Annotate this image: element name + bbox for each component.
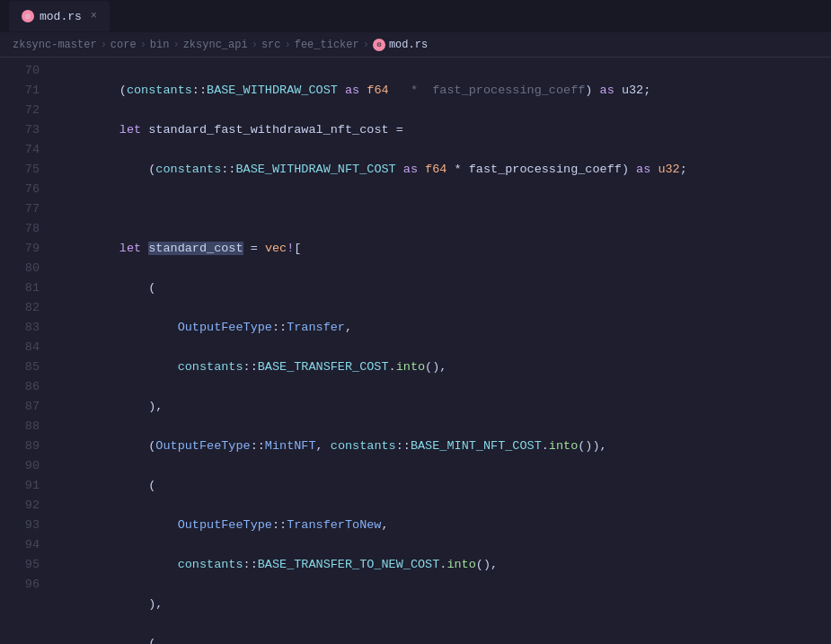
breadcrumb-part-2: core	[111, 39, 137, 51]
breadcrumb-sep-3: ›	[172, 39, 179, 51]
code-area: 70 71 72 73 74 75 76 77 78 79 80 81 82 8…	[0, 57, 831, 644]
breadcrumb-sep-5: ›	[284, 39, 290, 51]
breadcrumb: zksync-master › core › bin › zksync_api …	[0, 32, 831, 57]
breadcrumb-sep-1: ›	[101, 39, 107, 51]
code-line-75: (	[61, 278, 831, 298]
breadcrumb-sep-2: ›	[140, 39, 146, 51]
tab-close-button[interactable]: ×	[91, 10, 97, 22]
breadcrumb-sep-4: ›	[252, 39, 258, 51]
rust-icon: ⚙	[373, 39, 385, 51]
rust-file-icon: ⚙	[22, 10, 34, 22]
breadcrumb-sep-6: ›	[363, 39, 369, 51]
code-line-71: let standard_fast_withdrawal_nft_cost =	[61, 120, 831, 140]
code-line-81: OutputFeeType::TransferToNew,	[61, 516, 831, 535]
code-line-73	[61, 199, 831, 219]
code-content: (constants::BASE_WITHDRAW_COST as f64 * …	[47, 57, 831, 644]
tab[interactable]: ⚙ mod.rs ×	[9, 1, 110, 31]
breadcrumb-part-1: zksync-master	[13, 39, 97, 51]
code-line-77: constants::BASE_TRANSFER_COST.into(),	[61, 357, 831, 377]
breadcrumb-current: mod.rs	[389, 39, 428, 51]
title-bar: ⚙ mod.rs ×	[0, 0, 831, 32]
code-line-84: (	[61, 634, 831, 644]
code-line-74: let standard_cost = vec![	[61, 239, 831, 259]
code-line-72: (constants::BASE_WITHDRAW_NFT_COST as f6…	[61, 160, 831, 180]
breadcrumb-part-6: fee_ticker	[295, 39, 359, 51]
line-numbers: 70 71 72 73 74 75 76 77 78 79 80 81 82 8…	[0, 57, 47, 644]
tab-label: mod.rs	[40, 10, 82, 23]
breadcrumb-part-4: zksync_api	[183, 39, 248, 51]
code-line-80: (	[61, 476, 831, 496]
breadcrumb-part-3: bin	[150, 39, 170, 51]
code-line-70: (constants::BASE_WITHDRAW_COST as f64 * …	[61, 81, 831, 101]
code-line-78: ),	[61, 397, 831, 417]
code-line-79: (OutputFeeType::MintNFT, constants::BASE…	[61, 437, 831, 456]
code-line-83: ),	[61, 595, 831, 614]
breadcrumb-part-5: src	[261, 39, 281, 51]
code-line-76: OutputFeeType::Transfer,	[61, 318, 831, 338]
code-line-82: constants::BASE_TRANSFER_TO_NEW_COST.int…	[61, 555, 831, 575]
